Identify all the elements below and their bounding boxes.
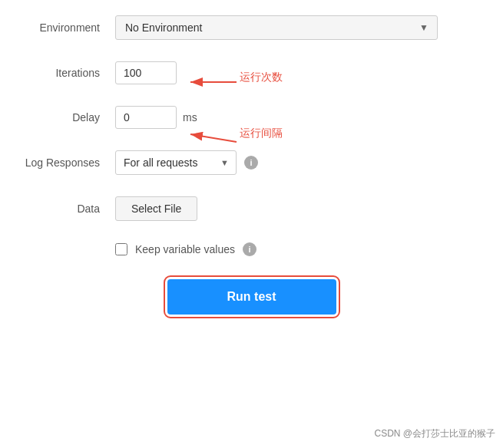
delay-label: Delay xyxy=(23,111,115,124)
keep-variable-label: Keep variable values xyxy=(135,243,235,255)
iterations-input[interactable] xyxy=(115,61,177,84)
iterations-label: Iterations xyxy=(23,67,115,79)
keep-variable-row: Keep variable values i xyxy=(23,242,480,256)
environment-select-wrapper: No Environment Local Production Staging … xyxy=(115,15,438,40)
environment-label: Environment xyxy=(23,21,115,34)
keep-variable-info-icon[interactable]: i xyxy=(243,242,256,256)
environment-select[interactable]: No Environment Local Production Staging xyxy=(115,15,438,40)
run-test-wrapper: Run test xyxy=(23,279,480,315)
log-responses-select[interactable]: For all requests For failed requests Non… xyxy=(115,150,237,175)
log-responses-row: Log Responses For all requests For faile… xyxy=(23,150,480,175)
delay-row: Delay ms xyxy=(23,106,480,129)
keep-variable-group: Keep variable values i xyxy=(115,242,256,256)
iterations-row: Iterations xyxy=(23,61,480,84)
delay-input[interactable] xyxy=(115,106,177,129)
data-label: Data xyxy=(23,203,115,215)
run-test-button[interactable]: Run test xyxy=(167,279,336,315)
log-responses-select-wrapper: For all requests For failed requests Non… xyxy=(115,150,237,175)
log-responses-label: Log Responses xyxy=(23,156,115,169)
delay-input-group: ms xyxy=(115,106,197,129)
log-responses-info-icon[interactable]: i xyxy=(244,156,258,170)
data-row: Data Select File xyxy=(23,196,480,221)
delay-unit: ms xyxy=(183,111,197,124)
keep-variable-checkbox[interactable] xyxy=(115,243,127,255)
environment-row: Environment No Environment Local Product… xyxy=(23,15,480,40)
select-file-button[interactable]: Select File xyxy=(115,196,197,221)
watermark: CSDN @会打莎士比亚的猴子 xyxy=(374,427,495,440)
